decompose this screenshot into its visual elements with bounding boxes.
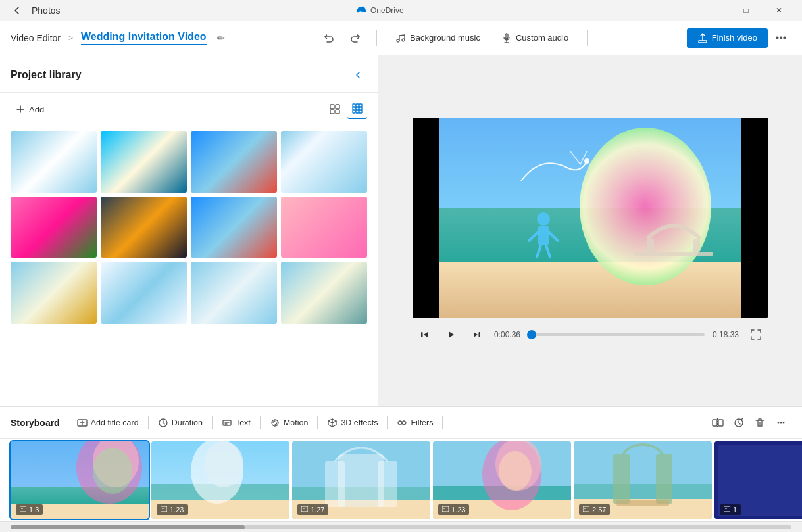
- filters-label: Filters: [411, 418, 433, 427]
- svg-point-17: [584, 158, 589, 164]
- breadcrumb-separator: >: [68, 34, 73, 43]
- storyboard-item[interactable]: 1.3: [11, 441, 149, 519]
- library-item[interactable]: [191, 131, 277, 193]
- svg-rect-64: [378, 461, 397, 507]
- storyboard-more-button[interactable]: [770, 412, 791, 433]
- svg-rect-79: [656, 454, 672, 504]
- close-button[interactable]: ✕: [764, 0, 794, 21]
- add-title-card-label: Add title card: [91, 418, 139, 427]
- svg-rect-82: [584, 508, 586, 509]
- finish-video-button[interactable]: Finish video: [687, 28, 768, 48]
- video-frame: [413, 118, 768, 318]
- story-duration: 1.27: [297, 504, 328, 515]
- fullscreen-button[interactable]: [747, 326, 765, 344]
- 3d-effects-button[interactable]: 3D effects: [320, 414, 384, 432]
- filters-button[interactable]: Filters: [390, 414, 439, 432]
- view-small-grid-button[interactable]: [347, 99, 367, 119]
- svg-rect-26: [693, 239, 700, 252]
- svg-rect-24: [634, 252, 713, 256]
- sb-divider-4: [317, 416, 318, 429]
- storyboard-item[interactable]: 1.23: [151, 441, 289, 519]
- storyboard-item[interactable]: 1: [714, 441, 802, 519]
- toolbar-divider-2: [587, 30, 588, 46]
- library-item[interactable]: [11, 197, 97, 258]
- svg-rect-62: [338, 454, 384, 507]
- library-item[interactable]: [191, 262, 277, 324]
- duration-value: 1.23: [170, 506, 184, 514]
- svg-rect-50: [20, 506, 26, 512]
- back-button[interactable]: [8, 1, 26, 20]
- titlebar-left: Photos: [8, 1, 61, 20]
- library-item[interactable]: [281, 262, 367, 324]
- library-item[interactable]: [101, 197, 187, 258]
- horizontal-scrollbar[interactable]: [11, 525, 791, 529]
- svg-rect-19: [538, 226, 549, 245]
- library-title: Project library: [11, 69, 82, 81]
- redo-button[interactable]: [345, 28, 366, 49]
- sb-divider-6: [442, 416, 443, 429]
- view-buttons: [325, 99, 367, 119]
- svg-rect-16: [359, 110, 362, 113]
- custom-audio-button[interactable]: Custom audio: [493, 29, 576, 47]
- storyboard-scroll[interactable]: 1.3 1.23: [0, 439, 802, 521]
- story-duration: 1.3: [16, 504, 43, 515]
- library-grid: [0, 126, 378, 406]
- speed-button[interactable]: [728, 412, 749, 433]
- player-controls: 0:00.36 0:18.33: [413, 326, 768, 344]
- library-item[interactable]: [101, 262, 187, 324]
- video-black-bar-left: [413, 118, 439, 318]
- library-item[interactable]: [281, 197, 367, 258]
- fast-forward-button[interactable]: [468, 326, 486, 344]
- view-large-grid-button[interactable]: [325, 99, 345, 119]
- current-time: 0:00.36: [494, 330, 520, 339]
- sb-divider-5: [387, 416, 388, 429]
- svg-point-41: [778, 422, 780, 423]
- undo-button[interactable]: [318, 28, 339, 49]
- project-title: Wedding Invitation Video: [81, 31, 207, 45]
- svg-rect-7: [336, 110, 339, 114]
- progress-bar[interactable]: [528, 333, 705, 336]
- motion-button[interactable]: Motion: [263, 414, 315, 432]
- add-media-button[interactable]: Add: [11, 102, 49, 117]
- 3d-effects-label: 3D effects: [341, 418, 378, 427]
- svg-line-20: [529, 232, 538, 241]
- library-item[interactable]: [11, 262, 97, 324]
- duration-value: 1.23: [451, 506, 465, 514]
- library-item[interactable]: [281, 131, 367, 193]
- more-options-button[interactable]: •••: [770, 28, 791, 49]
- duration-button[interactable]: Duration: [151, 414, 209, 432]
- rewind-button[interactable]: [415, 326, 434, 344]
- onedrive-label: OneDrive: [370, 6, 404, 15]
- add-title-card-button[interactable]: Add title card: [70, 414, 145, 432]
- library-item[interactable]: [191, 197, 277, 258]
- minimize-button[interactable]: –: [698, 0, 728, 21]
- background-music-button[interactable]: Background music: [388, 29, 488, 47]
- scrollbar-thumb[interactable]: [11, 525, 245, 529]
- svg-rect-25: [647, 239, 654, 252]
- split-button[interactable]: [707, 412, 728, 433]
- svg-rect-8: [353, 104, 355, 107]
- library-collapse-button[interactable]: [349, 66, 367, 84]
- svg-rect-6: [330, 110, 334, 114]
- svg-rect-80: [616, 500, 669, 506]
- wedding-arch: [621, 186, 726, 318]
- text-button[interactable]: Text: [215, 414, 257, 432]
- bottom-scroll: [0, 521, 802, 532]
- svg-rect-14: [353, 110, 355, 113]
- svg-rect-11: [353, 107, 355, 110]
- library-item[interactable]: [101, 131, 187, 193]
- storyboard-item[interactable]: 2.57: [574, 441, 712, 519]
- edit-project-title-icon[interactable]: ✏: [217, 33, 225, 43]
- svg-rect-10: [359, 104, 362, 107]
- text-label: Text: [236, 418, 251, 427]
- library-item[interactable]: [11, 131, 97, 193]
- svg-point-49: [93, 448, 132, 494]
- titlebar-controls: – □ ✕: [698, 0, 794, 21]
- storyboard-item[interactable]: 1.27: [292, 441, 430, 519]
- play-button[interactable]: [441, 326, 460, 344]
- delete-button[interactable]: [749, 412, 770, 433]
- storyboard-item[interactable]: 1.23: [433, 441, 571, 519]
- progress-thumb[interactable]: [527, 330, 536, 339]
- svg-line-22: [537, 245, 541, 257]
- maximize-button[interactable]: □: [731, 0, 761, 21]
